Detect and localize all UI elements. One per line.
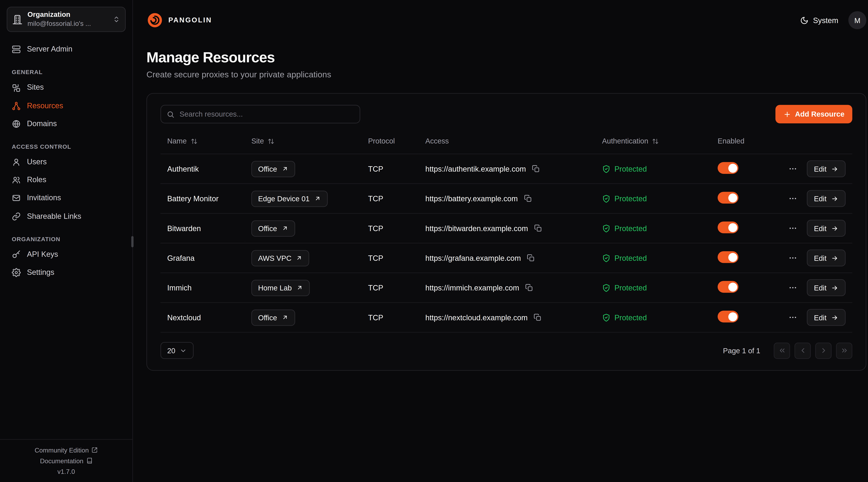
plus-icon [783, 110, 791, 118]
copy-url-button[interactable] [524, 283, 534, 293]
org-selector[interactable]: Organization milo@fossorial.io's ... [7, 7, 126, 32]
edit-button[interactable]: Edit [807, 309, 845, 326]
site-link-button[interactable]: Edge Device 01 [251, 190, 328, 207]
sidebar-item-label: API Keys [27, 250, 58, 259]
edit-button[interactable]: Edit [807, 190, 845, 207]
copy-url-button[interactable] [531, 164, 541, 174]
copy-url-button[interactable] [523, 193, 533, 203]
enabled-toggle[interactable] [718, 192, 739, 203]
sidebar-item-roles[interactable]: Roles [7, 172, 126, 189]
copy-url-button[interactable] [533, 312, 543, 322]
edit-button[interactable]: Edit [807, 220, 845, 237]
sidebar-item-server-admin[interactable]: Server Admin [7, 41, 126, 58]
documentation-link[interactable]: Documentation [40, 457, 92, 464]
row-menu-button[interactable] [786, 162, 799, 175]
enabled-toggle[interactable] [718, 281, 739, 293]
table-row: Authentik Office TCP https://authentik.e… [160, 154, 852, 184]
auth-status-label: Protected [614, 254, 647, 262]
row-menu-button[interactable] [786, 251, 799, 265]
next-page-button[interactable] [815, 342, 832, 359]
first-page-button[interactable] [774, 342, 790, 359]
sidebar-item-label: Roles [27, 175, 46, 185]
sidebar-item-settings[interactable]: Settings [7, 264, 126, 281]
sidebar-item-invitations[interactable]: Invitations [7, 190, 126, 207]
search-icon [167, 110, 175, 118]
server-icon [12, 45, 21, 54]
edit-label: Edit [814, 194, 826, 203]
column-header-site: Site [245, 132, 361, 154]
site-link-button[interactable]: Office [251, 220, 295, 236]
sidebar-nav: Server Admin GENERAL Sites Resources Dom… [7, 41, 126, 281]
copy-url-button[interactable] [533, 223, 543, 233]
site-link-button[interactable]: AWS VPC [251, 250, 309, 266]
sidebar-item-resources[interactable]: Resources [7, 97, 126, 114]
sort-icon [652, 137, 659, 144]
ellipsis-icon [788, 164, 797, 173]
community-edition-link[interactable]: Community Edition [35, 447, 98, 454]
sidebar-section-organization: ORGANIZATION [12, 235, 121, 242]
enabled-toggle[interactable] [718, 222, 739, 233]
previous-page-button[interactable] [795, 342, 811, 359]
row-actions: Edit [792, 160, 846, 177]
table-row: Nextcloud Office TCP https://nextcloud.e… [160, 302, 852, 332]
external-arrow-icon [282, 165, 288, 172]
row-actions: Edit [792, 250, 846, 266]
avatar[interactable]: M [848, 11, 866, 29]
theme-toggle-button[interactable]: System [800, 16, 838, 24]
protocol-value: TCP [368, 194, 383, 203]
sort-authentication[interactable]: Authentication [602, 137, 659, 145]
org-texts: Organization milo@fossorial.io's ... [27, 10, 107, 28]
topbar: PANGOLIN System M [147, 0, 866, 40]
edit-label: Edit [814, 224, 826, 232]
row-menu-button[interactable] [786, 192, 799, 205]
copy-icon [525, 284, 533, 291]
sidebar-resize-handle[interactable] [131, 236, 133, 248]
site-link-button[interactable]: Office [251, 309, 295, 326]
theme-label: System [813, 16, 838, 24]
site-link-button[interactable]: Home Lab [251, 280, 310, 296]
enabled-toggle[interactable] [718, 251, 739, 263]
site-name: Office [258, 313, 277, 322]
site-link-button[interactable]: Office [251, 161, 295, 177]
sidebar-item-sites[interactable]: Sites [7, 79, 126, 96]
row-menu-button[interactable] [786, 281, 799, 294]
page-subtitle: Create secure proxies to your private ap… [147, 70, 866, 79]
moon-icon [800, 16, 808, 24]
row-menu-button[interactable] [786, 311, 799, 324]
resource-name: Nextcloud [167, 313, 201, 322]
last-page-button[interactable] [836, 342, 852, 359]
table-row: Bitwarden Office TCP https://bitwarden.e… [160, 214, 852, 243]
community-edition-label: Community Edition [35, 447, 89, 454]
sites-icon [12, 83, 21, 92]
access-cell: https://nextcloud.example.com [425, 312, 589, 322]
add-resource-button[interactable]: Add Resource [775, 105, 852, 123]
table-header: Name Site Protocol Access [160, 132, 852, 154]
sort-site[interactable]: Site [251, 137, 275, 145]
shield-check-icon [602, 194, 610, 203]
copy-url-button[interactable] [526, 253, 536, 263]
sidebar-item-users[interactable]: Users [7, 154, 126, 170]
external-link-icon [92, 447, 98, 453]
access-url: https://grafana.example.com [425, 254, 521, 262]
row-menu-button[interactable] [786, 222, 799, 235]
page-size-select[interactable]: 20 [160, 342, 194, 359]
search-input[interactable] [160, 105, 360, 123]
sort-name[interactable]: Name [167, 137, 197, 145]
arrow-right-icon [831, 225, 838, 232]
card-toolbar: Add Resource [160, 105, 852, 123]
protocol-value: TCP [368, 254, 383, 262]
enabled-toggle[interactable] [718, 311, 739, 323]
edit-button[interactable]: Edit [807, 250, 845, 266]
documentation-label: Documentation [40, 457, 83, 464]
protocol-value: TCP [368, 224, 383, 232]
site-name: Home Lab [258, 284, 292, 292]
sidebar-item-domains[interactable]: Domains [7, 116, 126, 132]
access-url: https://battery.example.com [425, 194, 518, 203]
auth-status-label: Protected [614, 165, 647, 173]
sidebar-item-api-keys[interactable]: API Keys [7, 246, 126, 263]
edit-button[interactable]: Edit [807, 279, 845, 296]
enabled-toggle[interactable] [718, 162, 739, 174]
resources-card: Add Resource Name [147, 93, 866, 371]
sidebar-item-shareable-links[interactable]: Shareable Links [7, 208, 126, 225]
edit-button[interactable]: Edit [807, 160, 845, 177]
